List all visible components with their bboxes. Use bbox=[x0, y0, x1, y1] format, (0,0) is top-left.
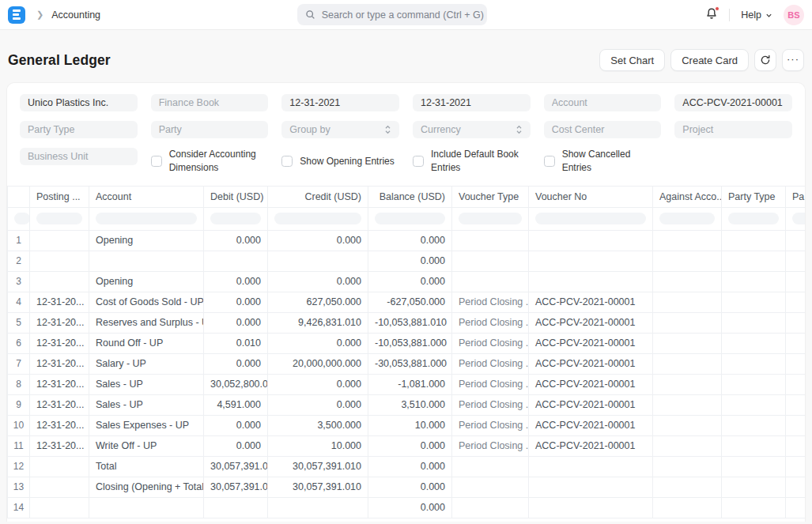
table-cell[interactable] bbox=[786, 230, 806, 251]
avatar[interactable]: BS bbox=[784, 5, 804, 25]
table-cell[interactable] bbox=[786, 435, 806, 456]
table-cell[interactable] bbox=[529, 497, 653, 518]
table-cell[interactable] bbox=[786, 312, 806, 333]
table-cell[interactable]: 3,510.000 bbox=[368, 394, 452, 415]
table-cell[interactable]: 12-31-20... bbox=[30, 333, 89, 353]
table-cell[interactable]: 0.000 bbox=[368, 435, 452, 456]
table-cell[interactable] bbox=[204, 251, 268, 271]
table-cell[interactable] bbox=[653, 230, 722, 251]
table-cell[interactable] bbox=[722, 251, 786, 271]
table-cell[interactable] bbox=[722, 456, 786, 477]
row-number[interactable]: 11 bbox=[8, 435, 30, 456]
table-cell[interactable] bbox=[722, 415, 786, 435]
table-cell[interactable]: 12-31-20... bbox=[30, 435, 89, 456]
table-cell[interactable] bbox=[452, 271, 529, 292]
table-cell[interactable] bbox=[30, 477, 89, 497]
table-cell[interactable]: 0.000 bbox=[204, 271, 268, 292]
table-cell[interactable]: ACC-PCV-2021-00001 bbox=[529, 312, 653, 333]
table-cell[interactable]: 20,000,000.000 bbox=[268, 353, 368, 374]
table-cell[interactable] bbox=[529, 251, 653, 271]
search-input[interactable]: Search or type a command (Ctrl + G) bbox=[297, 4, 487, 25]
filter-business-unit[interactable]: Business Unit bbox=[20, 148, 138, 165]
table-cell[interactable]: Period Closing ... bbox=[452, 292, 529, 312]
col-header-against-acco[interactable]: Against Acco... bbox=[653, 186, 722, 207]
filter-party[interactable]: Party bbox=[151, 121, 269, 138]
table-cell[interactable]: 3,500.000 bbox=[268, 415, 368, 435]
table-cell[interactable]: 30,057,391.01 bbox=[204, 456, 268, 477]
table-cell[interactable]: 12-31-20... bbox=[30, 312, 89, 333]
table-cell[interactable]: Period Closing ... bbox=[452, 312, 529, 333]
table-cell[interactable] bbox=[452, 230, 529, 251]
table-cell[interactable]: 0.000 bbox=[268, 271, 368, 292]
column-filter-input[interactable] bbox=[535, 213, 646, 224]
table-cell[interactable]: 30,057,391.01 bbox=[204, 477, 268, 497]
table-cell[interactable]: 30,057,391.010 bbox=[268, 456, 368, 477]
table-cell[interactable]: 12-31-20... bbox=[30, 353, 89, 374]
table-cell[interactable] bbox=[452, 477, 529, 497]
table-cell[interactable]: ACC-PCV-2021-00001 bbox=[529, 415, 653, 435]
col-header-pa[interactable]: Pa... bbox=[786, 186, 806, 207]
app-logo[interactable] bbox=[8, 6, 25, 24]
table-cell[interactable] bbox=[722, 353, 786, 374]
table-cell[interactable] bbox=[653, 456, 722, 477]
row-number[interactable]: 13 bbox=[8, 477, 30, 497]
table-cell[interactable] bbox=[30, 271, 89, 292]
row-number[interactable]: 6 bbox=[8, 333, 30, 353]
table-cell[interactable] bbox=[653, 312, 722, 333]
table-cell[interactable]: ACC-PCV-2021-00001 bbox=[529, 394, 653, 415]
table-cell[interactable] bbox=[786, 353, 806, 374]
table-cell[interactable]: Period Closing ... bbox=[452, 435, 529, 456]
table-cell[interactable]: Cost of Goods Sold - UP bbox=[89, 292, 204, 312]
table-cell[interactable] bbox=[89, 251, 204, 271]
table-cell[interactable] bbox=[529, 456, 653, 477]
table-cell[interactable]: Period Closing ... bbox=[452, 374, 529, 394]
table-cell[interactable]: Sales - UP bbox=[89, 374, 204, 394]
table-cell[interactable]: 0.000 bbox=[368, 230, 452, 251]
column-filter-input[interactable] bbox=[96, 213, 197, 224]
table-cell[interactable] bbox=[204, 497, 268, 518]
table-cell[interactable]: -10,053,881.000 bbox=[368, 333, 452, 353]
table-cell[interactable] bbox=[529, 271, 653, 292]
filter-finance-book[interactable]: Finance Book bbox=[151, 94, 269, 111]
column-filter-input[interactable] bbox=[728, 213, 779, 224]
table-cell[interactable] bbox=[786, 415, 806, 435]
column-filter-input[interactable] bbox=[792, 213, 806, 224]
table-cell[interactable]: 0.000 bbox=[368, 477, 452, 497]
table-cell[interactable]: Reserves and Surplus - UP bbox=[89, 312, 204, 333]
table-cell[interactable] bbox=[452, 251, 529, 271]
table-cell[interactable]: 0.000 bbox=[268, 394, 368, 415]
row-number[interactable]: 5 bbox=[8, 312, 30, 333]
table-cell[interactable]: 10.000 bbox=[368, 415, 452, 435]
table-cell[interactable] bbox=[268, 497, 368, 518]
table-cell[interactable] bbox=[452, 456, 529, 477]
table-cell[interactable] bbox=[722, 435, 786, 456]
table-cell[interactable]: Total bbox=[89, 456, 204, 477]
table-cell[interactable]: Write Off - UP bbox=[89, 435, 204, 456]
table-cell[interactable] bbox=[722, 394, 786, 415]
row-number[interactable]: 12 bbox=[8, 456, 30, 477]
table-cell[interactable]: 0.000 bbox=[204, 435, 268, 456]
table-cell[interactable]: Round Off - UP bbox=[89, 333, 204, 353]
row-number[interactable]: 9 bbox=[8, 394, 30, 415]
column-filter-input[interactable] bbox=[375, 213, 445, 224]
filter-party-type[interactable]: Party Type bbox=[20, 121, 138, 138]
table-cell[interactable]: 0.010 bbox=[204, 333, 268, 353]
checkbox-show-cancelled-entries[interactable] bbox=[544, 156, 555, 167]
table-cell[interactable]: 0.000 bbox=[368, 271, 452, 292]
table-cell[interactable]: -627,050.000 bbox=[368, 292, 452, 312]
filter-group-by[interactable]: Group by bbox=[281, 121, 399, 138]
table-cell[interactable]: Salary - UP bbox=[89, 353, 204, 374]
table-cell[interactable]: 30,057,391.010 bbox=[268, 477, 368, 497]
create-card-button[interactable]: Create Card bbox=[670, 49, 749, 71]
table-cell[interactable] bbox=[653, 374, 722, 394]
col-header-rownum[interactable] bbox=[8, 186, 30, 207]
column-filter-input[interactable] bbox=[459, 213, 522, 224]
set-chart-button[interactable]: Set Chart bbox=[599, 49, 665, 71]
row-number[interactable]: 1 bbox=[8, 230, 30, 251]
table-cell[interactable]: ACC-PCV-2021-00001 bbox=[529, 435, 653, 456]
table-cell[interactable]: ACC-PCV-2021-00001 bbox=[529, 353, 653, 374]
filter-company[interactable]: Unico Plastics Inc. bbox=[20, 94, 138, 111]
col-header-voucher-no[interactable]: Voucher No bbox=[529, 186, 653, 207]
help-menu[interactable]: Help bbox=[741, 9, 772, 21]
table-cell[interactable] bbox=[30, 230, 89, 251]
